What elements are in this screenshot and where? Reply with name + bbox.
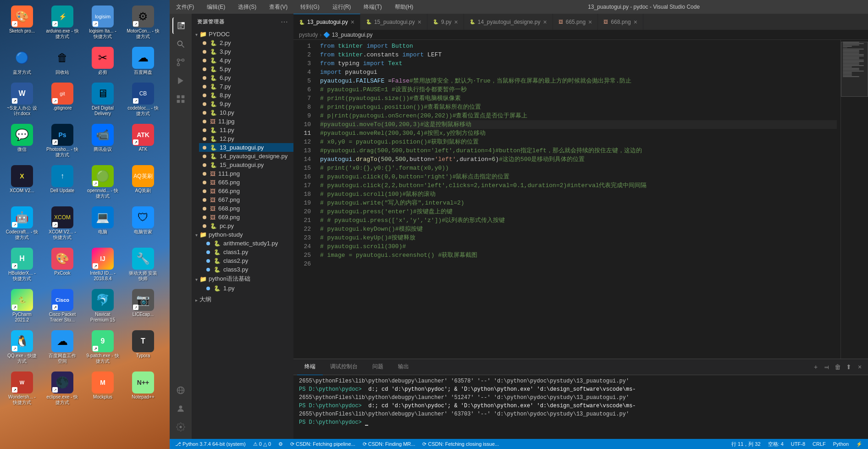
desktop-icon-xcom[interactable]: X XCOM V2... — [4, 163, 40, 201]
code-editor[interactable]: 1 2 3 4 5 6 7 8 9 10 11 12 13 14 15 16 1 — [293, 40, 868, 359]
folder-python-syntax[interactable]: 📁 python语法基础 — [192, 274, 293, 284]
status-csdn1[interactable]: ⟳ CSDN: Fetching pipeline... — [288, 439, 357, 449]
desktop-icon-wechat[interactable]: 💬 微信 — [4, 122, 40, 160]
folder-outline[interactable]: 大纲 — [192, 294, 293, 305]
desktop-icon-mockplus[interactable]: M Mockplus — [84, 370, 121, 407]
desktop-icon-codeblocks[interactable]: CB↗ codebloc... - 快捷方式 — [125, 81, 161, 118]
term-tab-terminal[interactable]: 终端 — [297, 359, 323, 375]
folder-pydoc[interactable]: 📁 PYDOC — [192, 30, 293, 39]
desktop-icon-gitignore[interactable]: git↗ .gitignore — [44, 81, 81, 118]
file-5py[interactable]: 🐍5.py — [199, 65, 293, 73]
sidebar-more-button[interactable]: ⋯ — [281, 17, 288, 26]
file-111png[interactable]: 🖼111.png — [199, 169, 293, 178]
desktop-icon-sketch[interactable]: 🎨↗ Sketch pro... — [4, 4, 40, 41]
tab-close-14py[interactable]: × — [543, 18, 547, 26]
status-python[interactable]: ⎇ Python 3.7.4 64-bit (system) — [173, 439, 248, 449]
file-668png[interactable]: 🖼668.png — [199, 204, 293, 213]
desktop-icon-wondershare[interactable]: W↗ Wondersh... - 快捷方式 — [4, 370, 40, 407]
status-notifications[interactable]: ⚡ — [854, 439, 864, 449]
desktop-icon-codecraft[interactable]: 🤖↗ Codecraft... - 快捷方式 — [4, 205, 40, 242]
desktop-icon-baidupan-work[interactable]: ☁ 百度网盘工作 空间 — [44, 328, 81, 366]
file-10py[interactable]: 🐍10.py — [199, 108, 293, 117]
file-8py[interactable]: 🐍8.py — [199, 91, 293, 100]
terminal-maximize-button[interactable]: ⬆ — [844, 362, 853, 371]
menu-view[interactable]: 查看(V) — [266, 2, 290, 12]
menu-run[interactable]: 运行(R) — [330, 2, 354, 12]
file-arithmetic[interactable]: 🐍arithmetic_study1.py — [203, 239, 293, 248]
file-665png[interactable]: 🖼665.png — [199, 178, 293, 187]
activity-settings[interactable] — [172, 419, 189, 435]
desktop-icon-qq[interactable]: 🐧↗ QQ.exe - 快捷方式 — [4, 328, 40, 366]
tab-13py[interactable]: 🐍 13_puautogui.py × — [293, 14, 360, 30]
desktop-icon-9patch[interactable]: 9↗ 9-patch.exe - 快捷方式 — [84, 328, 121, 366]
desktop-icon-drivermaster[interactable]: 🔧 驱动大师 安装快师 — [125, 246, 161, 283]
terminal-new-button[interactable]: + — [811, 362, 820, 371]
desktop-icon-pxcook[interactable]: 🎨 PxCook — [44, 246, 81, 283]
tab-close-668png[interactable]: × — [634, 18, 637, 26]
file-11py[interactable]: 🐍11.py — [199, 126, 293, 134]
tab-9py[interactable]: 🐍 9.py × — [427, 14, 464, 30]
terminal-close-button[interactable]: × — [855, 362, 864, 371]
desktop-icon-word-doc[interactable]: W↗ ~S龙人办公 设计r.docx — [4, 81, 40, 118]
tab-close-15py[interactable]: × — [418, 18, 421, 26]
breadcrumb-file[interactable]: 🔷 13_puautogui.py — [323, 32, 372, 38]
status-csdn3[interactable]: ⟳ CSDN: Fetching closing issue... — [420, 439, 501, 449]
desktop-icon-dell-update[interactable]: ↑ Dell Update — [44, 163, 81, 201]
desktop-icon-bijian[interactable]: ✂ 必剪 — [84, 45, 121, 77]
menu-edit[interactable]: 编辑(E) — [204, 2, 228, 12]
desktop-icon-photoshop[interactable]: Ps↗ Photosho... - 快捷方式 — [44, 122, 81, 160]
file-14py[interactable]: 🐍14_pyautogui_designe.py — [199, 152, 293, 161]
file-3py[interactable]: 🐍3.py — [199, 47, 293, 56]
status-position[interactable]: 行 11，列 32 — [730, 439, 763, 449]
status-sync[interactable]: ⚙ — [276, 439, 285, 449]
menu-help[interactable]: 帮助(H) — [392, 2, 416, 12]
tab-15py[interactable]: 🐍 15_puautogui.py × — [360, 14, 427, 30]
file-11jpg[interactable]: 🖼11.jpg — [199, 117, 293, 126]
activity-scm[interactable] — [172, 54, 189, 71]
status-eol[interactable]: CRLF — [811, 439, 828, 449]
file-class1[interactable]: 🐍class1.py — [203, 248, 293, 256]
file-6py[interactable]: 🐍6.py — [199, 73, 293, 82]
desktop-icon-notepadpp[interactable]: N++ Notepad++ — [125, 370, 161, 407]
status-encoding[interactable]: UTF-8 — [789, 439, 807, 449]
file-class2[interactable]: 🐍class2.py — [203, 256, 293, 265]
desktop-icon-dell-delivery[interactable]: 🖥 Dell Digital Delivery — [84, 81, 121, 118]
file-13py[interactable]: 🐍13_puautogui.py — [199, 143, 293, 152]
folder-python-study[interactable]: 📁 python-study — [192, 230, 293, 239]
tab-close-9py[interactable]: × — [454, 18, 458, 26]
status-csdn2[interactable]: ⟳ CSDN: Finding MR... — [361, 439, 417, 449]
desktop-icon-hbuilder[interactable]: H↗ HBuilderX... - 快捷方式 — [4, 246, 40, 283]
file-667png[interactable]: 🖼667.png — [199, 195, 293, 204]
desktop-icon-motorcon[interactable]: ⚙↗ MotorCon... - 快捷方式 — [125, 4, 161, 41]
desktop-icon-licecap[interactable]: 📷↗ LICEcap... — [125, 287, 161, 325]
desktop-icon-pycharm[interactable]: 🐍↗ PyCharm 2021.2 — [4, 287, 40, 325]
desktop-icon-recycle[interactable]: 🗑 回收站 — [44, 45, 81, 77]
status-spaces[interactable]: 空格: 4 — [766, 439, 785, 449]
activity-search[interactable] — [172, 36, 189, 52]
desktop-icon-tencent-meeting[interactable]: 📹 腾讯会议 — [84, 122, 121, 160]
desktop-icon-nvidia[interactable]: 🟢↗ opennvid... - 快捷方式 — [84, 163, 121, 201]
status-language[interactable]: Python — [831, 439, 851, 449]
file-class3[interactable]: 🐍class3.py — [203, 265, 293, 274]
file-669png[interactable]: 🖼669.png — [199, 213, 293, 222]
desktop-icon-cisco[interactable]: Cisco↗ Cisco Packet Tracer Stu... — [44, 287, 81, 325]
code-content[interactable]: from tkinter import Button from tkinter.… — [316, 40, 840, 359]
desktop-icon-navicat[interactable]: 🐬 Navicat Premium 15 — [84, 287, 121, 325]
file-4py[interactable]: 🐍4.py — [199, 56, 293, 65]
file-7py[interactable]: 🐍7.py — [199, 82, 293, 91]
term-tab-problems[interactable]: 问题 — [365, 359, 391, 375]
activity-remote[interactable] — [172, 382, 189, 399]
file-9py[interactable]: 🐍9.py — [199, 100, 293, 108]
terminal-kill-button[interactable]: 🗑 — [833, 362, 842, 371]
tab-close-13py[interactable]: × — [351, 18, 354, 26]
desktop-icon-logisim[interactable]: logisim↗ logisim Ita... - 快捷方式 — [84, 4, 121, 41]
desktop-icon-pcmanager[interactable]: 🛡 电脑管家 — [125, 205, 161, 242]
tab-close-665png[interactable]: × — [588, 18, 592, 26]
menu-file[interactable]: 文件(F) — [173, 2, 197, 12]
desktop-icon-atk[interactable]: ATK↗ ATK — [125, 122, 161, 160]
desktop-icon-eclipse[interactable]: 🌑↗ eclipse.exe - 快捷方式 — [44, 370, 81, 407]
activity-explorer[interactable] — [172, 17, 189, 34]
desktop-icon-bluetooth[interactable]: 🔵 蓝牙方式 — [4, 45, 40, 77]
term-tab-output[interactable]: 输出 — [391, 359, 416, 375]
file-666png[interactable]: 🖼666.png — [199, 187, 293, 195]
